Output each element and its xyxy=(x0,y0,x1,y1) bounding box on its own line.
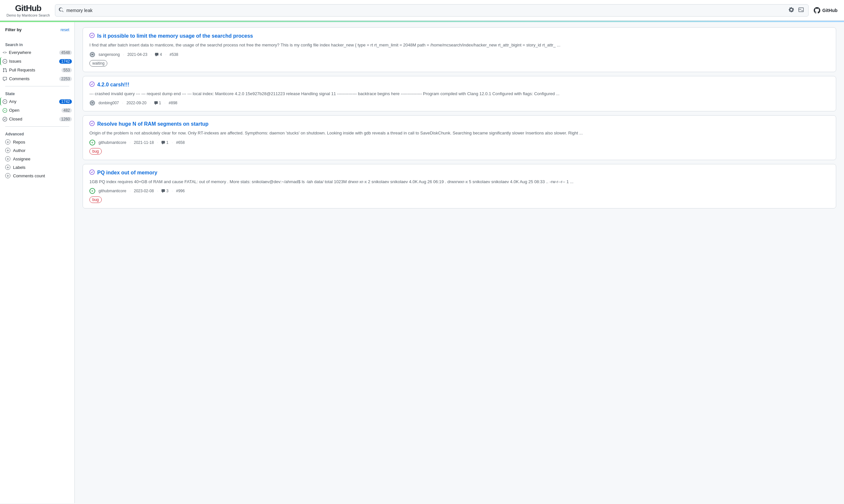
add-repos-icon: + xyxy=(5,139,11,145)
sidebar-item-comments[interactable]: Comments 2253 xyxy=(0,75,74,83)
result-title-2[interactable]: 4.2.0 carsh!!! xyxy=(89,82,829,88)
sidebar-item-everywhere[interactable]: <> Everywhere 4548 xyxy=(0,48,74,56)
sidebar-item-closed[interactable]: Closed 1260 xyxy=(0,115,74,123)
meta-date-2: 2022-09-20 xyxy=(126,101,146,105)
sidebar-item-author[interactable]: + Author xyxy=(0,146,74,155)
search-input[interactable] xyxy=(66,8,785,13)
advanced-title: Advanced xyxy=(0,130,74,138)
result-card-1: Is it possible to limit the memory usage… xyxy=(83,27,836,72)
result-meta-3: githubmanticore · 2021-11-18 · 1 · #658 xyxy=(89,140,829,145)
any-icon xyxy=(3,100,7,104)
closed-count: 1260 xyxy=(59,117,72,122)
result-card-4: PQ index out of memory 1GB PQ index requ… xyxy=(83,164,836,209)
result-title-4[interactable]: PQ index out of memory xyxy=(89,169,829,176)
filter-header: Filter by reset xyxy=(5,27,69,32)
result-title-3[interactable]: Resolve huge N of RAM segments on startu… xyxy=(89,121,829,127)
settings-button[interactable] xyxy=(788,6,795,14)
avatar-4 xyxy=(89,188,95,194)
sidebar-item-any[interactable]: Any 1742 xyxy=(0,97,74,106)
reset-link[interactable]: reset xyxy=(61,28,69,32)
result-card-2: 4.2.0 carsh!!! --- crashed invalid query… xyxy=(83,76,836,112)
everywhere-count: 4548 xyxy=(59,50,72,55)
issues-icon xyxy=(3,59,7,64)
add-labels-icon: + xyxy=(5,165,11,170)
result-tags-1: waiting xyxy=(89,57,829,67)
add-comments-icon: + xyxy=(5,173,11,178)
filter-label: Filter by xyxy=(5,27,22,32)
tag-bug-3: bug xyxy=(89,148,102,155)
layout: Filter by reset Search in <> Everywhere … xyxy=(0,22,844,503)
sidebar-item-repos[interactable]: + Repos xyxy=(0,138,74,146)
main-content: Is it possible to limit the memory usage… xyxy=(75,22,844,503)
labels-label: Labels xyxy=(13,165,25,170)
result-snippet-2: --- crashed invalid query --- --- reques… xyxy=(89,91,829,97)
everywhere-label: Everywhere xyxy=(9,50,57,55)
filter-section: Filter by reset xyxy=(0,27,74,41)
divider-1 xyxy=(5,86,69,86)
avatar-2 xyxy=(89,100,95,106)
result-check-icon-4 xyxy=(89,169,94,176)
result-meta-2: donbing007 · 2022-09-20 · 1 · #898 xyxy=(89,100,829,106)
open-icon xyxy=(3,108,7,113)
sidebar-item-assignee[interactable]: + Assignee xyxy=(0,155,74,163)
sidebar-item-open[interactable]: Open 482 xyxy=(0,106,74,114)
sidebar: Filter by reset Search in <> Everywhere … xyxy=(0,22,75,503)
github-icon xyxy=(814,7,820,14)
meta-issue-num-2: #898 xyxy=(169,101,177,105)
comments-count: 2253 xyxy=(59,77,72,81)
comments-count-label: Comments count xyxy=(13,174,45,178)
logo-text: GitHub xyxy=(15,3,41,13)
sidebar-item-labels[interactable]: + Labels xyxy=(0,163,74,172)
result-title-text-4: PQ index out of memory xyxy=(97,170,157,176)
any-count: 1742 xyxy=(59,100,72,104)
pr-icon xyxy=(3,68,7,72)
sidebar-item-comments-count[interactable]: + Comments count xyxy=(0,172,74,180)
result-tags-4: bug xyxy=(89,194,829,203)
result-title-1[interactable]: Is it possible to limit the memory usage… xyxy=(89,33,829,39)
tag-bug-4: bug xyxy=(89,196,102,203)
add-author-icon: + xyxy=(5,148,11,153)
issues-count: 1742 xyxy=(59,59,72,64)
avatar-1 xyxy=(89,52,95,57)
result-check-icon-1 xyxy=(89,33,94,39)
meta-issue-num-1: #538 xyxy=(170,52,178,57)
issues-label: Issues xyxy=(9,59,57,64)
result-snippet-1: I find that after batch insert data to m… xyxy=(89,42,829,48)
author-label: Author xyxy=(13,148,25,153)
pr-count: 553 xyxy=(62,68,72,72)
pr-label: Pull Requests xyxy=(9,68,59,72)
state-title: State xyxy=(0,90,74,97)
meta-issue-num-3: #658 xyxy=(176,140,185,145)
result-snippet-3: Origin of the problem is not absolutely … xyxy=(89,130,829,137)
tag-waiting-1: waiting xyxy=(89,60,107,67)
meta-date-1: 2021-04-23 xyxy=(127,52,147,57)
search-actions xyxy=(788,6,805,14)
sidebar-item-issues[interactable]: Issues 1742 xyxy=(0,57,74,65)
meta-issue-num-4: #996 xyxy=(176,189,185,193)
result-meta-4: githubmanticore · 2023-02-08 · 3 · #996 xyxy=(89,188,829,194)
meta-comments-1: 4 xyxy=(155,52,162,57)
assignee-label: Assignee xyxy=(13,157,30,161)
open-label: Open xyxy=(9,108,59,113)
meta-comments-4: 3 xyxy=(161,189,168,193)
result-check-icon-2 xyxy=(89,82,94,88)
closed-label: Closed xyxy=(9,116,57,122)
github-brand: GitHub xyxy=(814,7,838,14)
result-card-3: Resolve huge N of RAM segments on startu… xyxy=(83,115,836,160)
sidebar-item-pull-requests[interactable]: Pull Requests 553 xyxy=(0,66,74,74)
comments-label: Comments xyxy=(9,76,57,81)
open-count: 482 xyxy=(62,108,72,113)
search-icon xyxy=(58,7,64,13)
result-tags-3: bug xyxy=(89,145,829,155)
result-title-text-3: Resolve huge N of RAM segments on startu… xyxy=(97,121,208,127)
meta-author-4: githubmanticore xyxy=(99,189,126,193)
logo-sub: Demo by Manticore Search xyxy=(6,13,50,17)
search-in-title: Search in xyxy=(0,41,74,48)
closed-icon xyxy=(3,117,7,122)
result-title-text-1: Is it possible to limit the memory usage… xyxy=(97,33,253,39)
avatar-3 xyxy=(89,140,95,145)
result-title-text-2: 4.2.0 carsh!!! xyxy=(97,82,130,88)
divider-2 xyxy=(5,126,69,127)
add-assignee-icon: + xyxy=(5,156,11,161)
terminal-button[interactable] xyxy=(797,6,805,14)
